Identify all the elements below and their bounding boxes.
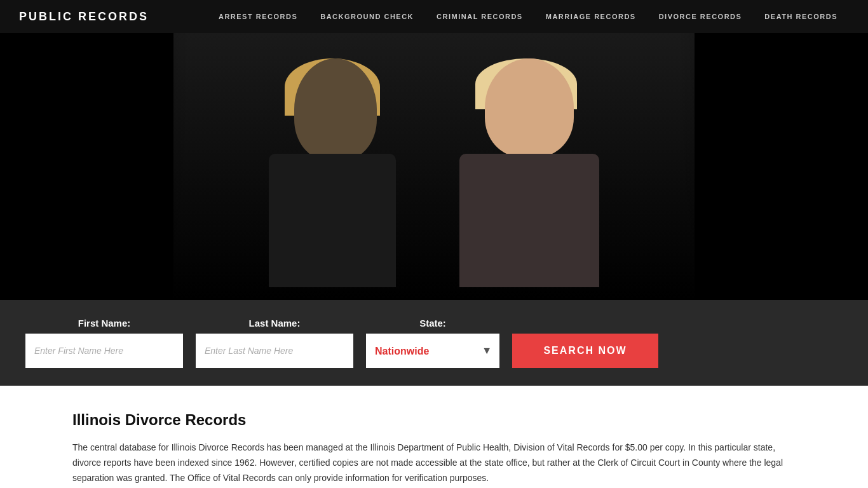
nav-criminal-records[interactable]: CRIMINAL RECORDS [425,0,534,33]
search-now-button[interactable]: SEARCH NOW [512,334,658,368]
first-name-input[interactable] [25,334,183,368]
nav-marriage-records[interactable]: MARRIAGE RECORDS [534,0,648,33]
state-label: State: [366,318,499,329]
content-heading: Illinois Divorce Records [72,411,796,429]
first-name-field: First Name: [25,318,183,368]
state-field: State: NationwideAlabamaAlaskaArizonaArk… [366,318,499,368]
last-name-label: Last Name: [196,318,353,329]
nav-arrest-records[interactable]: ARREST RECORDS [207,0,309,33]
content-paragraph-1: The central database for Illinois Divorc… [72,440,796,485]
nav-background-check[interactable]: BACKGROUND CHECK [309,0,425,33]
last-name-input[interactable] [196,334,353,368]
main-nav: ARREST RECORDS BACKGROUND CHECK CRIMINAL… [207,0,849,33]
hero-image [0,33,868,300]
search-bar: First Name: Last Name: State: Nationwide… [0,300,868,386]
state-select[interactable]: NationwideAlabamaAlaskaArizonaArkansasCa… [366,334,499,368]
nav-divorce-records[interactable]: DIVORCE RECORDS [648,0,754,33]
site-logo: PUBLIC RECORDS [19,10,149,24]
content-area: Illinois Divorce Records The central dat… [0,386,868,488]
last-name-field: Last Name: [196,318,353,368]
nav-death-records[interactable]: DEATH RECORDS [753,0,849,33]
first-name-label: First Name: [25,318,183,329]
